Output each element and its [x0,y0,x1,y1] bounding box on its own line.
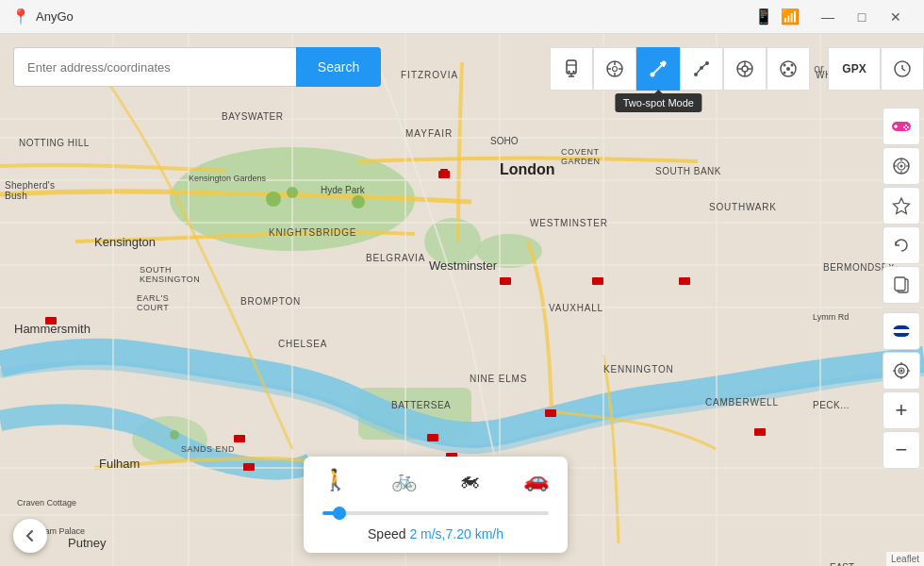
minimize-button[interactable]: — [811,0,845,34]
svg-point-35 [287,187,298,198]
svg-point-90 [900,370,903,373]
svg-rect-87 [893,329,910,333]
svg-point-79 [900,165,903,168]
svg-rect-29 [45,317,57,325]
underground-button[interactable] [883,312,920,350]
transport-modes: 🚶 🚲 🏍 🚗 [322,468,549,492]
pin-button[interactable] [593,47,636,91]
svg-rect-25 [545,409,556,417]
svg-point-56 [742,66,748,72]
window-controls: — □ ✕ [811,0,913,34]
map-container[interactable]: KENSINGTON NOTTING HILL Shepherd'sBush F… [0,34,924,566]
speed-label: Speed 2 m/s,7.20 km/h [322,526,549,541]
moto-icon[interactable]: 🏍 [459,468,480,492]
divider [883,308,920,308]
locate-button[interactable] [883,352,920,390]
favorites-button[interactable] [883,187,920,225]
zoom-in-button[interactable]: + [883,391,920,429]
svg-rect-72 [894,125,898,127]
svg-point-2 [424,218,481,265]
speed-slider[interactable] [322,511,549,515]
svg-point-64 [791,72,794,75]
toolbar: Two-spot Mode [550,47,924,91]
close-button[interactable]: ✕ [879,0,913,34]
svg-rect-30 [234,435,245,442]
svg-rect-28 [592,277,603,285]
svg-rect-24 [500,277,511,285]
bike-icon[interactable]: 🚲 [391,468,417,492]
target-button[interactable] [883,147,920,185]
svg-point-40 [569,71,570,73]
walk-icon[interactable]: 🚶 [322,468,348,492]
svg-line-69 [902,69,905,71]
svg-rect-85 [895,277,905,291]
speed-value: 2 m/s,7.20 km/h [409,526,503,541]
gpx-button[interactable]: GPX [828,47,881,91]
speed-panel: 🚶 🚲 🏍 🚗 Speed 2 m/s,7.20 km/h [304,457,568,553]
svg-point-51 [662,61,667,66]
app-icon: 📍 [11,8,30,25]
search-bar: Search [13,47,381,87]
copy-button[interactable] [883,266,920,304]
svg-rect-31 [243,463,255,471]
zoom-out-button[interactable]: − [883,431,920,469]
svg-rect-26 [754,428,766,436]
svg-rect-23 [440,169,448,173]
transit-button[interactable] [550,47,593,91]
svg-point-74 [907,126,909,128]
refresh-button[interactable] [883,226,920,264]
maximize-button[interactable]: □ [845,0,879,34]
titlebar: 📍 AnyGo 📱 📶 — □ ✕ [0,0,924,34]
schedule-button[interactable] [881,47,924,91]
svg-point-37 [170,430,179,440]
search-button[interactable]: Search [296,47,381,87]
gamepad-button[interactable] [883,108,920,145]
two-spot-button[interactable]: Two-spot Mode [636,47,680,91]
svg-point-50 [651,73,655,77]
svg-rect-32 [427,434,438,441]
svg-point-65 [791,64,794,67]
svg-rect-27 [679,277,690,285]
device-icon[interactable]: 📱 [754,8,773,25]
or-label: or [810,47,828,91]
joystick-button[interactable] [723,47,767,91]
search-input[interactable] [13,47,296,87]
leaflet-attribution: Leaflet [886,552,924,566]
svg-point-62 [786,67,790,71]
back-button[interactable] [13,519,47,553]
history-button[interactable] [767,47,810,91]
svg-point-49 [613,67,618,72]
svg-point-63 [784,64,786,67]
svg-point-73 [905,125,907,126]
svg-point-76 [905,128,907,130]
app-title: AnyGo [36,9,754,24]
right-panel: + − [879,100,924,566]
svg-point-41 [573,71,575,73]
svg-point-34 [266,191,281,207]
speed-slider-container [322,502,549,519]
svg-point-36 [352,195,365,208]
multi-spot-button[interactable] [680,47,723,91]
car-icon[interactable]: 🚗 [523,468,549,492]
svg-point-75 [903,126,905,128]
wifi-icon[interactable]: 📶 [781,8,800,25]
svg-point-66 [784,72,786,75]
